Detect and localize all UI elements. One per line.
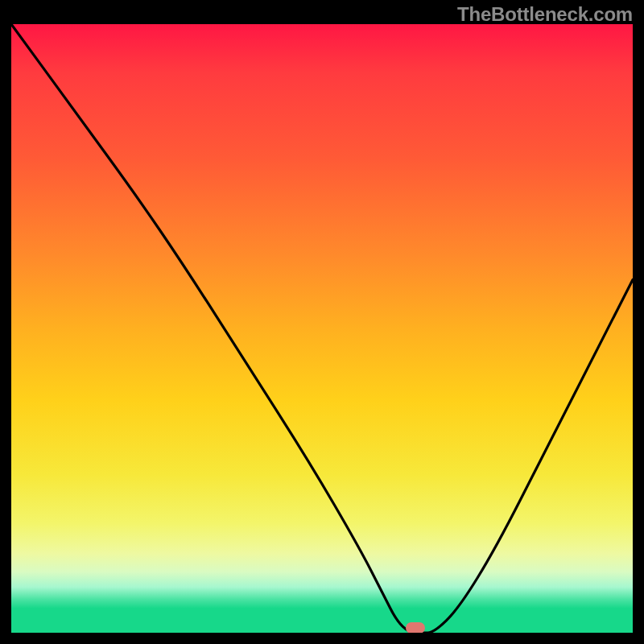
- chart-container: TheBottleneck.com: [0, 0, 644, 644]
- plot-area: [11, 24, 633, 633]
- bottleneck-curve-path: [11, 24, 633, 633]
- watermark-text: TheBottleneck.com: [457, 3, 633, 26]
- optimal-point-marker: [406, 622, 425, 633]
- bottleneck-curve-svg: [11, 24, 633, 633]
